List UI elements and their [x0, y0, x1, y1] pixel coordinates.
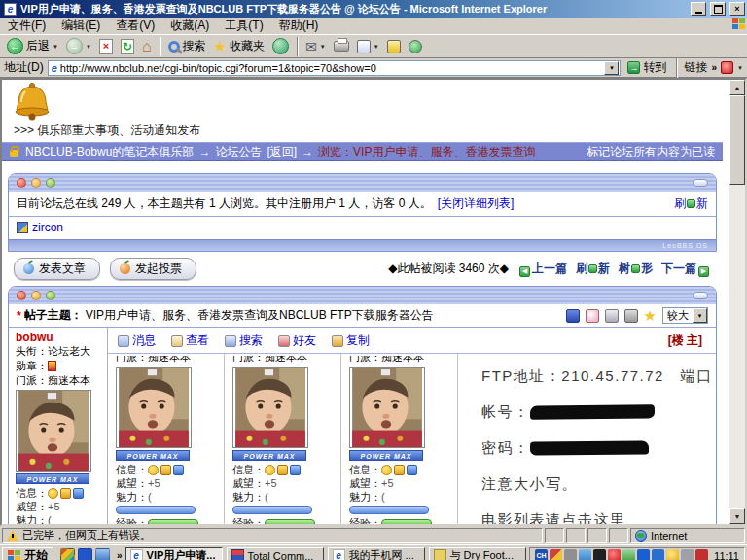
prev-thread-link[interactable]: ◀上一篇: [517, 261, 567, 277]
zoom-light-icon[interactable]: [46, 178, 55, 188]
zoom-light-icon[interactable]: [46, 291, 55, 300]
mail-button[interactable]: ✉ ▼: [302, 39, 329, 54]
menu-item[interactable]: 编辑(E): [53, 18, 108, 34]
tray-icon[interactable]: [637, 549, 650, 560]
discuss-button[interactable]: [384, 39, 404, 54]
menu-item[interactable]: 收藏(A): [162, 18, 217, 34]
scroll-up-button[interactable]: ▲: [729, 80, 745, 95]
task-button[interactable]: e 我的手机网 ...: [328, 547, 425, 560]
quick-launch-icon[interactable]: [95, 548, 110, 560]
tray-icon[interactable]: [666, 549, 679, 560]
clock[interactable]: 11:11: [714, 550, 739, 560]
close-light-icon[interactable]: [17, 178, 26, 188]
close-detail-link[interactable]: [关闭详细列表]: [438, 195, 515, 212]
tray-icon[interactable]: [550, 549, 562, 560]
next-thread-link[interactable]: 下一篇▶: [661, 261, 711, 277]
close-light-icon[interactable]: [17, 291, 26, 300]
close-button[interactable]: ×: [729, 2, 745, 16]
gender-icon[interactable]: [290, 465, 301, 475]
minimize-light-icon[interactable]: [31, 178, 41, 188]
address-dropdown-button[interactable]: ▼: [604, 61, 619, 75]
messenger-button[interactable]: [406, 39, 425, 54]
tray-icon[interactable]: [622, 549, 635, 560]
forward-button[interactable]: → ▼: [63, 37, 94, 55]
post-tool-button[interactable]: 复制: [332, 332, 370, 349]
vertical-scrollbar[interactable]: ▲ ▼: [729, 80, 745, 524]
smiley-icon[interactable]: [381, 465, 392, 475]
tray-icon[interactable]: CH: [535, 549, 548, 560]
smiley-icon[interactable]: [265, 465, 275, 475]
menu-item[interactable]: 帮助(H): [271, 18, 327, 34]
task-button[interactable]: Total Comm...: [227, 547, 324, 560]
antivirus-toolbar-icon[interactable]: [721, 61, 733, 74]
antivirus-dropdown-icon[interactable]: ▼: [737, 65, 743, 71]
go-button[interactable]: → 转到: [624, 58, 669, 77]
forward-dropdown-icon[interactable]: ▼: [86, 44, 91, 50]
post-tool-button[interactable]: 搜索: [225, 332, 263, 349]
start-button[interactable]: 开始: [2, 547, 53, 560]
bookmark-icon[interactable]: [605, 309, 619, 323]
new-post-button[interactable]: 发表文章: [14, 258, 100, 280]
refresh-link[interactable]: 刷新: [674, 195, 708, 212]
back-button[interactable]: ← 后退 ▼: [4, 37, 61, 55]
home-button[interactable]: ⌂: [139, 38, 155, 55]
edit-dropdown-icon[interactable]: ▼: [374, 44, 379, 50]
gender-icon[interactable]: [73, 488, 84, 499]
menu-item[interactable]: 文件(F): [0, 18, 53, 34]
search-button[interactable]: 搜索: [165, 37, 209, 55]
quick-launch-icon[interactable]: [78, 548, 92, 560]
history-button[interactable]: [269, 37, 292, 55]
tray-icon[interactable]: [579, 549, 591, 560]
card-icon[interactable]: [277, 465, 288, 475]
refresh-thread-link[interactable]: 刷新: [576, 261, 610, 277]
breadcrumb-board-link[interactable]: 论坛公告: [215, 144, 262, 160]
font-size-dropdown-icon[interactable]: ▼: [693, 308, 707, 323]
tray-icon[interactable]: [608, 549, 621, 560]
links-label[interactable]: 链接: [684, 59, 707, 76]
mark-all-read-link[interactable]: 标记论坛所有内容为已读: [587, 144, 715, 160]
scroll-down-button[interactable]: ▼: [729, 508, 745, 524]
movie-list-link[interactable]: 电影列表请点击这里: [481, 511, 716, 524]
stop-button[interactable]: ×: [96, 38, 116, 55]
task-button[interactable]: e VIP用户申请...: [125, 547, 223, 560]
save-icon[interactable]: [566, 309, 580, 323]
task-button[interactable]: 与 Dry Foot...: [429, 547, 526, 560]
gender-icon[interactable]: [173, 465, 184, 475]
menu-item[interactable]: 工具(T): [217, 18, 270, 34]
card-icon[interactable]: [160, 465, 171, 475]
breadcrumb-club-link[interactable]: NBCLUB-Bobwu的笔记本俱乐部: [25, 144, 194, 160]
card-icon[interactable]: [60, 488, 71, 499]
author-name[interactable]: bobwu: [16, 331, 103, 344]
post-tool-button[interactable]: 消息: [118, 332, 156, 349]
tray-icon[interactable]: [564, 549, 577, 560]
post-tool-button[interactable]: 好友: [278, 332, 316, 349]
tray-icon[interactable]: [681, 549, 694, 560]
tray-icon[interactable]: [652, 549, 664, 560]
back-dropdown-icon[interactable]: ▼: [53, 44, 58, 50]
tree-view-link[interactable]: 树形: [619, 261, 653, 277]
warning-icon[interactable]: [7, 530, 18, 541]
quick-launch-icon[interactable]: [60, 548, 75, 560]
report-icon[interactable]: [586, 309, 599, 323]
collapse-pill-button[interactable]: [693, 179, 708, 187]
refresh-button[interactable]: ↻: [118, 38, 137, 55]
tray-icon[interactable]: [695, 549, 708, 560]
edit-button[interactable]: ▼: [354, 39, 382, 54]
quick-launch-overflow-icon[interactable]: »: [117, 550, 123, 560]
post-tool-button[interactable]: 查看: [171, 332, 209, 349]
new-vote-button[interactable]: 发起投票: [110, 258, 196, 280]
print-thread-icon[interactable]: [624, 309, 638, 323]
scrollbar-thumb[interactable]: [729, 95, 745, 185]
smiley-icon[interactable]: [148, 465, 159, 475]
card-icon[interactable]: [394, 465, 405, 475]
tray-icon[interactable]: [593, 549, 606, 560]
favorite-star-icon[interactable]: ★: [644, 308, 657, 323]
gender-icon[interactable]: [407, 465, 417, 475]
links-overflow-icon[interactable]: »: [711, 62, 717, 73]
favorites-button[interactable]: ★ 收藏夹: [211, 37, 267, 55]
smiley-icon[interactable]: [48, 488, 58, 499]
minimize-button[interactable]: [691, 2, 706, 16]
restore-button[interactable]: [710, 2, 726, 16]
member-link[interactable]: zircon: [32, 221, 63, 234]
minimize-light-icon[interactable]: [31, 291, 41, 300]
